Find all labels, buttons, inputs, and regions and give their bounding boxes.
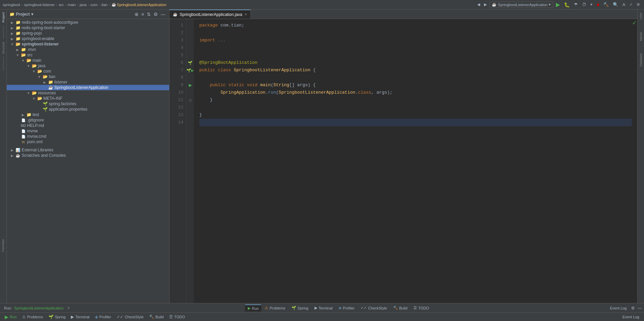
bottom-close-button[interactable]: — bbox=[637, 305, 643, 311]
bottom-tab-todo[interactable]: ☰ TODO bbox=[411, 305, 432, 311]
search-everywhere-button[interactable]: 🔍 bbox=[611, 1, 620, 8]
tree-item-gitignore[interactable]: 📄 .gitignore bbox=[7, 117, 169, 123]
todo-action-button[interactable]: ☰ TODO bbox=[167, 314, 187, 320]
scope-button[interactable]: ⊕ bbox=[134, 11, 140, 17]
terminal-icon: ▶ bbox=[71, 315, 74, 319]
coverage-button[interactable]: ☂ bbox=[572, 1, 579, 8]
run-class-icon: ▶ bbox=[191, 69, 194, 72]
close-run-icon[interactable]: ✕ bbox=[67, 306, 70, 310]
tree-item-src[interactable]: ▼ 📂 src bbox=[7, 52, 169, 58]
bottom-tab-run[interactable]: ▶ Run bbox=[245, 304, 261, 311]
gutter-line-7[interactable]: 🌱 ▶ bbox=[186, 67, 194, 74]
asm-panel-tab[interactable]: ASM bbox=[639, 11, 643, 22]
tree-item-external-libraries[interactable]: ▶ 📊 External Libraries bbox=[7, 147, 169, 153]
structure-tab[interactable]: Structure bbox=[1, 40, 6, 56]
run-action-button[interactable]: ▶ Run bbox=[3, 314, 19, 320]
run-button[interactable]: ▶ bbox=[555, 1, 561, 8]
folder-open-icon: 📂 bbox=[31, 63, 37, 68]
breadcrumb-springboot[interactable]: springboot bbox=[3, 3, 20, 7]
tree-item-listener[interactable]: ▶ 📁 listener bbox=[7, 79, 169, 85]
tree-item-tian[interactable]: ▼ 📂 tian bbox=[7, 74, 169, 79]
tree-item-springboot-listener[interactable]: ▼ 📂 springboot-listener bbox=[7, 41, 169, 47]
terminal-label: Terminal bbox=[75, 315, 89, 319]
settings-tree-button[interactable]: ⚙ bbox=[153, 11, 159, 17]
breadcrumb-springboot-listener[interactable]: springboot-listener bbox=[24, 3, 55, 7]
maven-panel-tab[interactable]: Maven bbox=[639, 30, 643, 43]
breadcrumb-java[interactable]: java bbox=[80, 3, 86, 7]
dropdown-button[interactable]: ▾ bbox=[589, 2, 594, 7]
run-method-icon[interactable]: ▶ bbox=[189, 83, 192, 88]
bottom-tab-checkstyle[interactable]: ✓✓ CheckStyle bbox=[358, 305, 390, 311]
breadcrumb-src[interactable]: src bbox=[59, 3, 64, 7]
bottom-tab-terminal[interactable]: ▶ Terminal bbox=[312, 305, 336, 311]
expand-all-button[interactable]: ⇅ bbox=[146, 11, 152, 17]
tree-item-pom-xml[interactable]: m pom.xml bbox=[7, 139, 169, 145]
gutter-line-9[interactable]: ▶ bbox=[186, 81, 194, 89]
run-config-dropdown[interactable]: ☕ SpringbootListenerApplication ▾ bbox=[489, 1, 553, 8]
stop-button[interactable]: ■ bbox=[595, 1, 601, 8]
bottom-tab-spring[interactable]: 🌱 Spring bbox=[289, 305, 311, 311]
tree-item-main-class[interactable]: ☕ SpringbootListenerApplication bbox=[7, 85, 169, 90]
tree-item-scratches[interactable]: ▶ ☕ Scratches and Consoles bbox=[7, 153, 169, 158]
tree-item-redis-autoconfigure[interactable]: ▶ 📁 redis-spring-boot-autoconfigure bbox=[7, 20, 169, 25]
tree-item-meta-inf[interactable]: ▼ 📂 META-INF bbox=[7, 96, 169, 101]
tree-item-resources[interactable]: ▼ 📂 resources bbox=[7, 90, 169, 96]
bottom-tab-event-log[interactable]: Event Log bbox=[607, 305, 629, 311]
tree-item-help-md[interactable]: MD HELP.md bbox=[7, 123, 169, 128]
translate-button[interactable]: A bbox=[621, 1, 627, 8]
tree-item-spring-factories[interactable]: 🌱 spring.factories bbox=[7, 101, 169, 107]
code-line-11: } bbox=[199, 96, 632, 104]
item-label: resources bbox=[38, 91, 56, 95]
settings-button[interactable]: ⚙ bbox=[635, 2, 641, 7]
bottom-tab-problems[interactable]: ⚠ Problems bbox=[262, 305, 288, 311]
editor-tab-main-class[interactable]: ☕ SpringbootListenerApplication.java ✕ bbox=[169, 10, 251, 19]
bottom-settings-button[interactable]: ⚙ bbox=[630, 305, 636, 311]
breadcrumb-class[interactable]: SpringbootListenerApplication bbox=[117, 3, 166, 7]
profile-button[interactable]: ⏱ bbox=[581, 1, 588, 8]
profiler-action-button[interactable]: ◈ Profiler bbox=[93, 314, 113, 320]
build-label: Build bbox=[156, 315, 164, 319]
tree-item-redis-starter[interactable]: ▶ 📁 redis-spring-boot-starter bbox=[7, 25, 169, 31]
code-editor[interactable]: package com.tian; import ... @SpringBoot… bbox=[194, 19, 637, 303]
tab-close-button[interactable]: ✕ bbox=[244, 13, 247, 16]
checkstyle-action-button[interactable]: ✓✓ CheckStyle bbox=[115, 314, 146, 320]
event-log-button[interactable]: Event Log bbox=[620, 314, 641, 320]
tree-item-java-dir[interactable]: ▼ 📂 java bbox=[7, 63, 169, 69]
bottom-tab-profiler[interactable]: ◈ Profiler bbox=[336, 305, 357, 311]
debug-button[interactable]: 🐛 bbox=[563, 1, 571, 8]
code-line-9: public static void main(String[] args) { bbox=[199, 81, 632, 89]
folder-open-icon: 📂 bbox=[20, 53, 26, 57]
spring-action-button[interactable]: 🌱 Spring bbox=[46, 314, 68, 320]
navigate-forward-button[interactable]: ▶ bbox=[483, 2, 488, 7]
bottom-tab-build[interactable]: 🔨 Build bbox=[390, 305, 410, 311]
breadcrumb-com[interactable]: com bbox=[90, 3, 98, 7]
tree-item-mvnw-cmd[interactable]: 📄 mvnw.cmd bbox=[7, 134, 169, 139]
project-dropdown-icon[interactable]: ▾ bbox=[31, 12, 33, 17]
tree-item-mvnw[interactable]: 📄 mvnw bbox=[7, 128, 169, 134]
properties-file-icon: 🌱 bbox=[42, 107, 48, 112]
gutter-line-6[interactable]: 🌱 bbox=[186, 59, 194, 67]
project-tab[interactable]: Project bbox=[1, 11, 6, 24]
editor-content[interactable]: 1 2 3 4 5 6 7 8 9 10 11 12 13 14 bbox=[169, 19, 637, 303]
terminal-action-button[interactable]: ▶ Terminal bbox=[69, 314, 92, 320]
build-button[interactable]: 🔨 bbox=[602, 1, 610, 8]
breadcrumb-tian[interactable]: tian bbox=[101, 3, 107, 7]
tree-item-main[interactable]: ▼ 📂 main bbox=[7, 58, 169, 63]
build-action-button[interactable]: 🔨 Build bbox=[147, 314, 166, 320]
collapse-all-button[interactable]: ≡ bbox=[140, 11, 145, 17]
minimize-panel-button[interactable]: — bbox=[160, 11, 166, 17]
item-label: .mvn bbox=[27, 47, 36, 52]
expand-button[interactable]: ⤢ bbox=[628, 2, 634, 7]
tree-item-test[interactable]: ▶ 📁 test bbox=[7, 112, 169, 117]
tree-item-springboot-enable[interactable]: ▶ 📁 springboot-enable bbox=[7, 36, 169, 41]
database-panel-tab[interactable]: Database bbox=[639, 51, 643, 69]
problems-action-button[interactable]: ⚠ Problems bbox=[20, 314, 45, 320]
tree-item-app-properties[interactable]: 🌱 application.properties bbox=[7, 107, 169, 112]
tree-item-com[interactable]: ▼ 📂 com bbox=[7, 69, 169, 74]
navigate-back-button[interactable]: ◀ bbox=[476, 2, 481, 7]
favorites-tab[interactable]: Favorites bbox=[1, 238, 5, 253]
tree-item-mvn[interactable]: ▶ 📁 .mvn bbox=[7, 47, 169, 52]
breadcrumb-main[interactable]: main bbox=[68, 3, 76, 7]
tree-item-spring-pojo[interactable]: ▶ 📁 spring-pojo bbox=[7, 31, 169, 36]
item-label: .gitignore bbox=[27, 118, 44, 122]
